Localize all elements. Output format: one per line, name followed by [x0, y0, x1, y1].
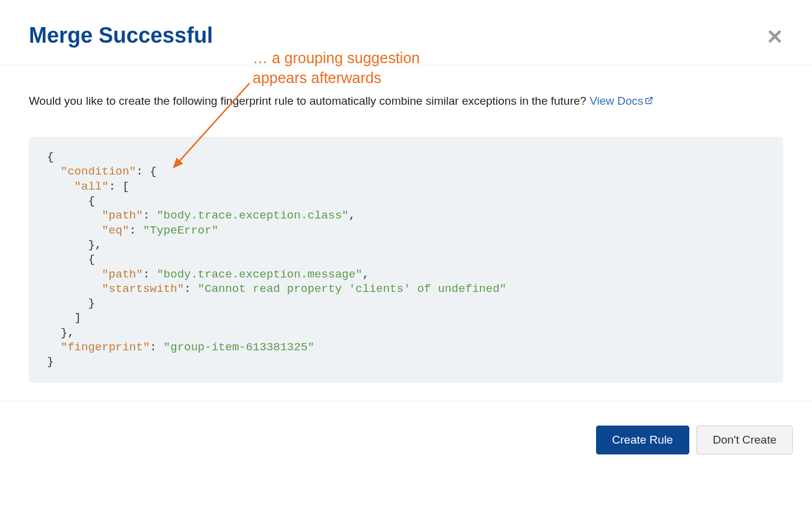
create-rule-button[interactable]: Create Rule [596, 426, 689, 454]
code-key: "condition" [61, 165, 136, 178]
close-icon[interactable]: ✕ [766, 26, 783, 47]
code-value: "Cannot read property 'clients' of undef… [198, 282, 506, 296]
external-link-icon [645, 94, 653, 108]
fingerprint-code-block: { "condition": { "all": [ { "path": "bod… [29, 137, 783, 383]
modal-header: Merge Successful ✕ [0, 0, 812, 66]
modal-footer: Create Rule Don't Create [0, 401, 812, 474]
code-value: "body.trace.exception.message" [156, 268, 362, 281]
prompt-label: Would you like to create the following f… [29, 94, 589, 107]
view-docs-link[interactable]: View Docs [589, 94, 653, 107]
docs-link-label: View Docs [589, 94, 643, 107]
code-key: "path" [102, 268, 143, 281]
svg-line-0 [648, 98, 651, 101]
code-value: "body.trace.exception.class" [156, 209, 348, 222]
code-key: "path" [102, 209, 143, 222]
code-key: "all" [75, 180, 109, 193]
code-key: "startswith" [102, 282, 184, 296]
modal-title: Merge Successful [29, 23, 213, 48]
prompt-text: Would you like to create the following f… [29, 94, 783, 108]
code-key: "fingerprint" [61, 341, 150, 354]
modal-body: Would you like to create the following f… [0, 66, 812, 401]
dont-create-button[interactable]: Don't Create [697, 426, 793, 454]
code-value: "group-item-613381325" [164, 341, 315, 354]
code-key: "eq" [102, 224, 129, 237]
code-value: "TypeError" [143, 224, 218, 237]
